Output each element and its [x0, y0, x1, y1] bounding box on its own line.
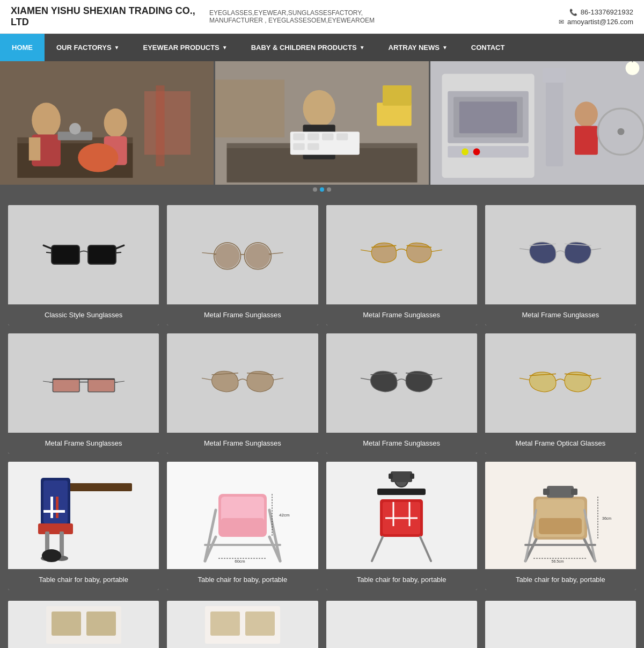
dot-1[interactable]: [313, 187, 317, 192]
svg-point-36: [473, 148, 480, 155]
svg-rect-93: [56, 497, 58, 518]
product-card-14[interactable]: [167, 601, 318, 648]
svg-rect-92: [50, 497, 53, 518]
product-card-8[interactable]: Metal Frame Optical Glasses: [485, 333, 636, 454]
svg-rect-122: [389, 474, 393, 479]
product-card-10[interactable]: 60cm 42cm Table chair for baby, portable: [167, 462, 318, 590]
svg-rect-22: [322, 133, 334, 140]
hero-image-1: [0, 61, 214, 185]
svg-line-115: [372, 537, 383, 561]
product-label-8: Metal Frame Optical Glasses: [485, 433, 636, 454]
svg-rect-134: [571, 489, 577, 495]
nav-baby[interactable]: BABY & CHILDREN PRODUCTS ▼: [239, 34, 377, 61]
svg-line-75: [114, 382, 118, 382]
product-card-2[interactable]: Metal Frame Sunglasses: [167, 205, 318, 325]
product-label-7: Metal Frame Sunglasses: [326, 433, 477, 454]
company-name: XIAMEN YISHU SHEXIAN TRADING CO., LTD: [11, 5, 199, 28]
svg-rect-132: [547, 486, 574, 498]
product-image-14: [167, 601, 318, 648]
product-card-6[interactable]: Metal Frame Sunglasses: [167, 333, 318, 454]
dot-3[interactable]: [327, 187, 331, 192]
svg-line-84: [519, 378, 529, 380]
svg-rect-133: [543, 489, 550, 495]
svg-point-9: [104, 108, 127, 137]
svg-text:56.5cm: 56.5cm: [552, 559, 564, 563]
nav-home[interactable]: HOME: [0, 34, 45, 61]
svg-point-57: [245, 243, 270, 268]
product-card-15[interactable]: [326, 601, 477, 648]
svg-rect-25: [308, 143, 319, 150]
svg-rect-24: [293, 143, 305, 150]
product-image-7: [326, 333, 477, 433]
product-card-1[interactable]: Classic Style Sunglasses: [8, 205, 159, 325]
product-grid: Classic Style Sunglasses Metal Frame Sun…: [0, 194, 644, 601]
svg-rect-6: [29, 137, 41, 161]
svg-rect-143: [210, 611, 240, 636]
svg-rect-48: [88, 245, 116, 264]
product-card-3[interactable]: Metal Frame Sunglasses: [326, 205, 477, 325]
svg-line-105: [205, 510, 216, 561]
svg-line-74: [49, 382, 53, 382]
product-image-5: [8, 333, 159, 433]
hero-image-3: [429, 61, 644, 185]
svg-line-49: [43, 245, 52, 249]
svg-point-17: [303, 90, 335, 127]
product-image-12: 36cm 56.5cm: [485, 462, 636, 569]
nav-eyewear[interactable]: EYEWEAR PRODUCTS ▼: [131, 34, 239, 61]
svg-rect-12: [144, 91, 191, 155]
hero-image-2: [214, 61, 429, 185]
carousel-dots: [0, 185, 644, 194]
product-card-9[interactable]: Table chair for baby, portable: [8, 462, 159, 590]
svg-rect-141: [86, 611, 116, 636]
product-card-11[interactable]: Table chair for baby, portable: [326, 462, 477, 590]
product-label-3: Metal Frame Sunglasses: [326, 304, 477, 325]
product-card-5[interactable]: Metal Frame Sunglasses: [8, 333, 159, 454]
contact-info: 86-13376921932 amoyartist@126.com: [559, 6, 633, 27]
product-label-6: Metal Frame Sunglasses: [167, 433, 318, 454]
svg-line-106: [269, 510, 280, 561]
product-label-5: Metal Frame Sunglasses: [8, 433, 159, 454]
svg-line-77: [273, 378, 283, 380]
svg-rect-144: [245, 611, 275, 636]
nav-contact[interactable]: CONTACT: [459, 34, 517, 61]
svg-line-85: [591, 378, 601, 380]
product-image-11: [326, 462, 477, 569]
svg-rect-23: [336, 133, 348, 140]
hero-banner: [0, 61, 644, 185]
product-image-1: [8, 205, 159, 304]
svg-rect-47: [52, 245, 79, 264]
svg-rect-34: [448, 146, 529, 158]
svg-rect-126: [539, 518, 582, 534]
svg-line-76: [202, 378, 211, 380]
svg-point-37: [575, 101, 598, 127]
nav-news[interactable]: ARTRAY NEWS ▼: [377, 34, 459, 61]
product-image-15: [326, 601, 477, 648]
company-tagline: EYEGLASSES,EYEWEAR,SUNGLASSESFACTORY, MA…: [199, 9, 559, 24]
product-image-16: [485, 601, 636, 648]
svg-line-80: [361, 378, 370, 380]
product-card-16[interactable]: [485, 601, 636, 648]
nav-factorys[interactable]: OUR FACTORYS ▼: [45, 34, 131, 61]
svg-rect-94: [43, 510, 65, 513]
dropdown-arrow: ▼: [114, 45, 120, 50]
product-label-1: Classic Style Sunglasses: [8, 304, 159, 325]
dropdown-arrow: ▼: [222, 45, 228, 50]
svg-line-50: [116, 245, 124, 249]
svg-rect-70: [53, 379, 79, 392]
svg-text:60cm: 60cm: [235, 559, 245, 564]
svg-line-81: [433, 378, 442, 380]
svg-rect-121: [391, 471, 412, 482]
product-card-12[interactable]: 36cm 56.5cm Table chair for baby, portab…: [485, 462, 636, 590]
product-label-10: Table chair for baby, portable: [167, 569, 318, 590]
product-card-7[interactable]: Metal Frame Sunglasses: [326, 333, 477, 454]
dot-2[interactable]: [320, 187, 324, 192]
product-label-12: Table chair for baby, portable: [485, 569, 636, 590]
svg-line-60: [361, 250, 371, 251]
product-card-13[interactable]: [8, 601, 159, 648]
svg-rect-28: [215, 79, 284, 137]
svg-point-11: [78, 143, 118, 172]
product-card-4[interactable]: Metal Frame Sunglasses: [485, 205, 636, 325]
svg-line-64: [519, 249, 529, 250]
svg-point-41: [626, 61, 640, 75]
bottom-row-partial: [0, 601, 644, 648]
